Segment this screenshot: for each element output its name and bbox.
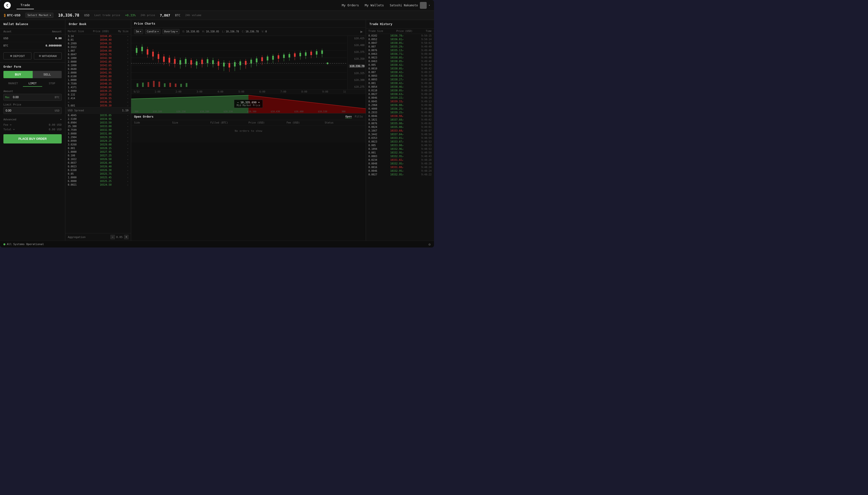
open-tab[interactable]: Open [345,115,352,118]
ob-bid-row[interactable]: 0.00110328.15- [65,147,131,150]
ob-ask-row[interactable]: 2.41410336.55- [65,97,131,100]
ob-ask-row[interactable]: 1.00710344.00- [65,49,131,53]
ob-ask-row[interactable]: 0.592210344.30- [65,45,131,49]
ob-ask-row[interactable]: 1.000010340.65- [65,78,131,82]
ob-ask-row[interactable]: 2.000010342.85- [65,60,131,64]
volume-label: 24h volume [185,14,201,17]
fills-tab[interactable]: Fills [355,115,363,118]
ob-bid-row[interactable]: 0.0510325.75- [65,172,131,176]
current-price-tick: $10,336.78 [349,65,364,68]
chart-scroll-right[interactable]: ▶ [360,29,363,34]
ob-bid-row[interactable]: 3.026810329.00- [65,143,131,147]
svg-rect-7 [136,48,137,53]
buy-sell-tabs: BUY SELL [0,71,65,78]
svg-rect-61 [283,55,285,58]
ob-ask-row[interactable]: 1.437110340.00- [65,86,131,89]
ob-bid-row[interactable]: 0.616810326.30- [65,168,131,172]
svg-rect-51 [256,58,258,62]
ob-bid-row[interactable]: 25.30010333.00- [65,124,131,128]
ob-bid-row[interactable]: 0.404510335.05- [65,114,131,117]
buy-button[interactable]: BUY [3,71,33,78]
agg-increase-button[interactable]: + [124,235,129,239]
depth-chart: — 10,335.690 + Mid Market Price -300 $10… [131,94,366,113]
time-label-9: 9:00 [322,90,328,93]
volume-24h: 7,867 [160,13,170,17]
spread-label: USD Spread [68,109,84,112]
sell-button[interactable]: SELL [33,71,62,78]
gear-icon[interactable]: ⚙ [429,242,430,246]
deposit-button[interactable]: ⊕ DEPOSIT [3,52,31,59]
stop-order-tab[interactable]: STOP [42,81,62,87]
max-label[interactable]: Max [4,96,11,99]
withdraw-button[interactable]: ⊖ WITHDRAW [34,52,62,59]
depth-label-6: $10,430 [271,110,280,113]
user-menu[interactable]: Satoshi Nakamoto ▾ [390,2,430,9]
svg-rect-21 [174,59,176,64]
ob-bid-row[interactable]: 3.000010331.00- [65,132,131,135]
ob-ask-row[interactable]: 0.100010342.90- [65,56,131,60]
ob-ask-row[interactable]: 0.299910344.35- [65,42,131,45]
ob-bid-row[interactable]: 0.10010327.25- [65,154,131,157]
trade-history-row: 0.004610338.98↙9:49:02 [366,114,434,118]
ob-bid-row[interactable]: 1.000010325.45- [65,176,131,179]
price-tick-4: $10,350 [349,57,364,60]
svg-rect-73 [316,51,317,55]
ob-ask-row[interactable]: 0.100010342.65- [65,64,131,67]
ob-ask-row[interactable]: 0.759910340.35- [65,82,131,86]
wallet-header: Wallet Balance [0,20,65,29]
trade-history-row: 0.001610331.00↙9:48:24 [366,166,434,169]
ob-ask-row[interactable]: 0.610010341.80- [65,74,131,78]
ob-ask-row[interactable]: 3.1410344.45- [65,34,131,38]
trade-history-row: 0.007610335.13↗9:49:48 [366,49,434,52]
ob-bid-row[interactable]: 2.510010334.95- [65,117,131,121]
ob-bid-row[interactable]: 0.098410333.50- [65,121,131,124]
oo-table-header: Side Size Filled (BTC) Price (USD) Fee (… [131,120,366,125]
svg-rect-81 [148,82,149,87]
ob-ask-row[interactable]: 0.13210337.35- [65,93,131,97]
ob-bid-row[interactable]: 6.000010325.25- [65,179,131,183]
agg-decrease-button[interactable]: − [111,235,115,239]
ob-ask-row[interactable]: 3.000010339.25- [65,89,131,93]
price-tick-5: $10,325 [349,72,364,74]
select-market-button[interactable]: Select Market ▾ [26,13,53,18]
svg-rect-82 [153,81,154,87]
overlay-select[interactable]: Overlay ▾ [162,29,179,34]
ob-bid-row[interactable]: 0.099910329.25- [65,139,131,143]
ob-ask-row[interactable]: 5.60110336.30- [65,104,131,107]
timeframe-select[interactable]: 5m ▾ [134,29,143,34]
my-wallets-link[interactable]: My Wallets [365,3,384,7]
limit-order-tab[interactable]: LIMIT [23,81,43,87]
oo-price-header: Price (USD) [248,121,286,124]
ob-bid-row[interactable]: 0.759910332.90- [65,128,131,132]
nav-tab-trade[interactable]: Trade [17,1,34,9]
ob-bid-row[interactable]: 0.102210326.50- [65,157,131,161]
trade-history-header: Trade History [366,20,434,29]
place-order-button[interactable]: PLACE BUY ORDER [3,134,62,143]
ob-bid-row[interactable]: 0.002110324.50- [65,183,131,187]
ob-ask-row[interactable]: 2.000010341.95- [65,71,131,74]
ob-ask-row[interactable]: 0.0110344.40- [65,38,131,42]
ob-bid-row[interactable]: 0.003710326.40- [65,161,131,165]
main-chart-area[interactable]: $10,425 $10,400 $10,375 $10,350 $10,336.… [131,36,366,89]
ob-bid-row[interactable]: 1.000010327.95- [65,150,131,154]
advanced-toggle[interactable]: Advanced ▾ [0,117,65,122]
price-change-24h: +0.33% [125,14,135,17]
time-label-3: 3:00 [197,90,202,93]
oo-fee-header: Fee (USD) [286,121,325,124]
ob-ask-row[interactable]: 0.068810342.15- [65,67,131,71]
trade-history-row: 0.095210336.81↗9:50:14 [366,37,434,41]
orderbook-panel: Order Book Market Size Price (USD) My Si… [65,20,131,241]
chart-type-select[interactable]: Candle ▾ [145,29,161,34]
ob-bid-row[interactable]: 1.290410329.35- [65,135,131,139]
limit-price-input[interactable] [4,107,53,114]
amount-input[interactable] [11,94,53,100]
ob-market-size-header: Market Size [68,30,84,33]
time-label-6: 6:00 [259,90,265,93]
my-orders-link[interactable]: My Orders [342,3,359,7]
market-order-tab[interactable]: MARKET [3,81,23,87]
ob-bid-row[interactable]: 0.002310326.40- [65,165,131,168]
ob-ask-row[interactable]: —10336.35- [65,100,131,104]
app-logo[interactable]: C [4,2,11,9]
ob-ask-row[interactable]: 0.004710343.75- [65,53,131,56]
trade-history-row: 0.002310338.05↗9:49:48 [366,56,434,59]
